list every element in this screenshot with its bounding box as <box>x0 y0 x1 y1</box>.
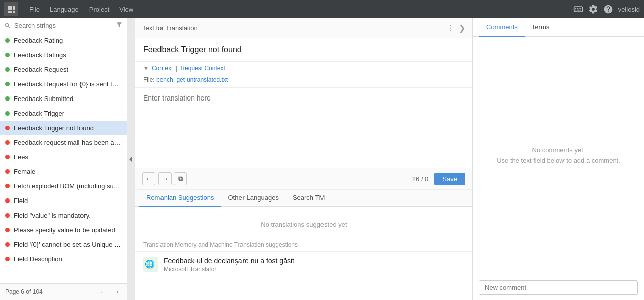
context-separator: | <box>176 65 177 72</box>
sidebar-item[interactable]: Fees <box>0 150 127 164</box>
right-panel-tab[interactable]: Comments <box>479 18 525 37</box>
prev-string-button[interactable]: ← <box>142 172 155 185</box>
svg-rect-4 <box>10 8 12 10</box>
suggestions-content: No translations suggested yet Translatio… <box>135 207 472 300</box>
file-link[interactable]: bench_get-untranslated.txt <box>156 76 228 83</box>
status-dot <box>5 257 10 261</box>
sidebar-item[interactable]: Feedback Rating <box>0 33 127 48</box>
sidebar-item-label: Fetch exploded BOM (including sub-... <box>14 182 122 190</box>
search-icon <box>4 22 11 29</box>
search-input[interactable] <box>14 22 113 29</box>
center-header: Text for Translation ⋮ ❯ <box>135 18 472 38</box>
char-count: 26 / 0 <box>412 175 429 183</box>
svg-rect-10 <box>575 8 576 9</box>
svg-rect-5 <box>13 8 15 10</box>
svg-rect-1 <box>10 6 12 8</box>
status-dot <box>5 228 10 232</box>
collapse-sidebar-button[interactable] <box>127 18 135 300</box>
filter-icon[interactable] <box>116 21 123 30</box>
translation-area <box>135 88 472 168</box>
svg-rect-15 <box>577 10 579 11</box>
suggestion-tab[interactable]: Other Languages <box>221 190 285 207</box>
sidebar-item[interactable]: Feedback Submitted <box>0 91 127 106</box>
svg-rect-2 <box>13 6 15 8</box>
request-context-link[interactable]: Request Context <box>180 65 225 72</box>
status-dot <box>5 38 10 43</box>
prev-page-button[interactable]: ← <box>98 287 109 297</box>
sidebar-item[interactable]: Feedback Trigger <box>0 106 127 121</box>
main-content: Feedback RatingFeedback RatingsFeedback … <box>0 18 644 300</box>
right-panel-tab[interactable]: Terms <box>525 18 556 37</box>
toolbar-nav: ← → <box>142 172 172 185</box>
sidebar-item[interactable]: Feedback Request <box>0 62 127 77</box>
username-label[interactable]: vellosid <box>618 6 640 13</box>
sidebar-item[interactable]: Feedback Trigger not found <box>0 121 127 135</box>
right-panel: CommentsTerms No comments yet. Use the t… <box>473 18 644 300</box>
sidebar-item[interactable]: Field "value" is mandatory. <box>0 208 127 223</box>
sidebar-item-label: Fees <box>14 153 28 161</box>
status-dot <box>5 82 10 86</box>
menu-bar: File Language Project View vellosid <box>0 0 644 18</box>
status-dot <box>5 213 10 218</box>
suggestions-tabs: Romanian SuggestionsOther LanguagesSearc… <box>135 190 472 207</box>
suggestion-tab[interactable]: Search TM <box>286 190 332 207</box>
translation-input[interactable] <box>143 94 464 162</box>
sidebar-item[interactable]: Field '{0}' cannot be set as Unique a... <box>0 237 127 252</box>
menu-file[interactable]: File <box>24 4 45 15</box>
svg-rect-12 <box>578 8 579 9</box>
sidebar: Feedback RatingFeedback RatingsFeedback … <box>0 18 127 300</box>
help-icon[interactable] <box>603 4 613 14</box>
tm-entry[interactable]: 🌐 Feedback-ul de declanșare nu a fost gă… <box>135 252 472 278</box>
translation-panel-title: Text for Translation <box>142 24 198 32</box>
right-panel-footer <box>473 275 644 300</box>
status-dot <box>5 140 10 145</box>
sidebar-item[interactable]: Please specify value to be updated <box>0 223 127 237</box>
svg-rect-13 <box>580 8 581 9</box>
tm-translation-text: Feedback-ul de declanșare nu a fost găsi… <box>164 257 464 265</box>
sidebar-item[interactable]: Field <box>0 193 127 208</box>
context-link[interactable]: Context <box>152 65 173 72</box>
sidebar-item[interactable]: Feedback Ratings <box>0 48 127 62</box>
no-comments-line2: Use the text field below to add a commen… <box>497 156 620 166</box>
next-page-button[interactable]: → <box>111 287 122 297</box>
sidebar-item[interactable]: Fetch exploded BOM (including sub-... <box>0 179 127 193</box>
settings-icon[interactable] <box>588 4 598 14</box>
tm-header: Translation Memory and Machine Translati… <box>135 238 472 252</box>
menu-view[interactable]: View <box>114 4 138 15</box>
sidebar-item-label: Feedback Rating <box>14 37 63 44</box>
sidebar-item[interactable]: Feedback Request for {0} is sent to {1} <box>0 77 127 91</box>
sidebar-list: Feedback RatingFeedback RatingsFeedback … <box>0 33 127 283</box>
status-dot <box>5 198 10 203</box>
file-prefix: File: <box>143 76 155 83</box>
suggestion-tab[interactable]: Romanian Suggestions <box>139 190 221 207</box>
expand-icon[interactable]: ❯ <box>459 23 465 33</box>
center-header-icons: ⋮ ❯ <box>447 23 465 33</box>
right-tabs: CommentsTerms <box>473 18 644 37</box>
svg-rect-9 <box>574 7 582 12</box>
tm-text: Feedback-ul de declanșare nu a fost găsi… <box>164 257 464 273</box>
page-info: Page 6 of 104 <box>5 288 43 295</box>
sidebar-item[interactable]: Female <box>0 164 127 179</box>
new-comment-input[interactable] <box>479 280 638 295</box>
menu-language[interactable]: Language <box>45 4 84 15</box>
sidebar-item-label: Please specify value to be updated <box>14 226 115 234</box>
context-triangle: ▼ <box>143 65 149 71</box>
sidebar-item-label: Feedback Request <box>14 66 68 73</box>
status-dot <box>5 184 10 188</box>
sidebar-item-label: Field Description <box>14 255 62 263</box>
svg-rect-7 <box>10 11 12 13</box>
app-icon[interactable] <box>4 2 18 16</box>
file-reference: File: bench_get-untranslated.txt <box>135 75 472 88</box>
sidebar-item[interactable]: Feedback request mail has been alr... <box>0 135 127 150</box>
sidebar-search-bar <box>0 18 127 33</box>
next-string-button[interactable]: → <box>158 172 172 185</box>
sidebar-item[interactable]: Field Description <box>0 252 127 266</box>
svg-rect-0 <box>8 6 10 8</box>
more-icon[interactable]: ⋮ <box>447 23 455 33</box>
keyboard-icon[interactable] <box>573 4 583 14</box>
status-dot <box>5 53 10 57</box>
save-button[interactable]: Save <box>434 173 465 185</box>
sidebar-item-label: Field '{0}' cannot be set as Unique a... <box>14 241 122 248</box>
copy-source-button[interactable]: ⧉ <box>174 172 187 185</box>
menu-project[interactable]: Project <box>84 4 114 15</box>
